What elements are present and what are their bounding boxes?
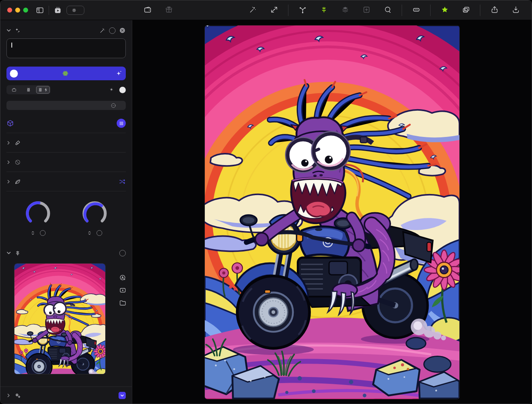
toolbar-item-controlnet[interactable] [334, 6, 356, 14]
generated-image [205, 25, 459, 399]
guidance-dial[interactable] [80, 199, 109, 236]
imagine-button[interactable] [6, 67, 126, 80]
gear-icon [71, 8, 77, 13]
kontext-help-icon[interactable] [119, 250, 126, 256]
transform-icon [412, 6, 420, 14]
generated-image-frame[interactable] [205, 25, 459, 399]
layers-icon [341, 6, 349, 14]
seed-row[interactable] [6, 175, 126, 188]
avoid-row[interactable] [6, 156, 126, 169]
stepper-icon[interactable] [30, 230, 35, 236]
text-caret [11, 43, 12, 48]
info-icon[interactable] [119, 87, 126, 93]
toolbar-item-transform[interactable] [405, 6, 427, 14]
canvas-area[interactable] [132, 20, 532, 404]
steps-dial-gauge [24, 199, 52, 228]
viewfinder-icon[interactable] [119, 286, 127, 294]
toolbar-item-remove[interactable] [434, 6, 455, 14]
upscale-arrows-icon [270, 6, 278, 14]
toolbar-item-guide[interactable] [292, 6, 313, 14]
prohibit-icon [14, 159, 21, 165]
app-window [0, 0, 532, 404]
dials-row [6, 194, 126, 238]
divider [6, 133, 126, 133]
canvas-grid-icon [363, 6, 370, 14]
shuffle-icon[interactable] [119, 178, 126, 185]
folder-icon[interactable] [119, 299, 127, 307]
frame-settings-badge[interactable] [66, 6, 84, 15]
auto-select-icon[interactable] [119, 274, 127, 282]
toolbar-item-kontext[interactable] [313, 6, 334, 14]
gallery-icon [462, 6, 470, 14]
cloud-compute-segment[interactable] [22, 86, 35, 94]
flower-icon [14, 250, 21, 256]
advanced-expand-button[interactable] [119, 392, 126, 399]
atom-icon [62, 70, 69, 77]
window-controls [7, 8, 28, 13]
reference-image [14, 264, 106, 374]
leaf-icon [14, 178, 21, 185]
reference-image-thumbnail[interactable] [14, 263, 106, 374]
brush-icon [14, 140, 21, 146]
steps-help-icon[interactable] [40, 230, 46, 236]
chevron-down-icon [120, 393, 124, 398]
toolbar-divider [402, 5, 402, 16]
toolbar-item-mask[interactable] [377, 6, 398, 14]
toolbar-item-gallery[interactable] [455, 6, 477, 14]
steps-dial[interactable] [24, 199, 52, 236]
flower-icon [320, 6, 328, 14]
close-window-button[interactable] [7, 8, 12, 13]
chevron-right-icon [6, 180, 11, 184]
toolbar-item-save[interactable] [505, 6, 526, 14]
kontext-section-header [6, 248, 126, 258]
device-segment[interactable] [7, 86, 21, 94]
batch-size-selector[interactable] [6, 101, 126, 110]
model-row[interactable] [6, 117, 126, 130]
sidebar-toggle-icon[interactable] [36, 6, 44, 14]
toolbar-item-account[interactable] [137, 6, 158, 14]
star-icon [441, 6, 449, 14]
toolbar-divider [480, 5, 480, 16]
grid-icon [119, 121, 124, 126]
batch-more-button[interactable] [101, 103, 125, 108]
model-browser-button[interactable] [117, 119, 126, 128]
prompt-input[interactable] [6, 38, 126, 58]
gift-icon [165, 6, 173, 14]
gears-icon [14, 392, 21, 399]
style-row[interactable] [6, 136, 126, 149]
guidance-help-icon[interactable] [97, 230, 102, 236]
toolbar-item-enhance[interactable] [242, 6, 263, 14]
lasso-icon [384, 6, 392, 14]
prompt-section-header [6, 25, 126, 35]
chevron-down-icon[interactable] [6, 251, 11, 255]
frames-icon[interactable] [54, 6, 62, 14]
guidance-dial-gauge [80, 199, 109, 228]
divider [6, 152, 126, 153]
prompt-help-icon[interactable] [109, 27, 116, 34]
toolbar-item-rewards[interactable] [158, 6, 179, 14]
advanced-row[interactable] [0, 387, 132, 404]
toolbar-item-share[interactable] [484, 6, 505, 14]
titlebar [0, 0, 532, 20]
sparkles-icon [14, 27, 21, 34]
chevron-right-icon [6, 141, 11, 145]
spark-icon [109, 87, 114, 92]
atom-icon [26, 87, 31, 92]
titlebar-left [0, 6, 132, 15]
ellipsis-circle-icon [111, 103, 116, 108]
minimize-window-button[interactable] [15, 8, 20, 13]
toolbar-item-upscale[interactable] [263, 6, 285, 14]
reference-tools [119, 274, 127, 307]
sidebar [0, 20, 132, 404]
turbo-compute-segment[interactable] [36, 86, 50, 94]
clear-prompt-icon[interactable] [119, 27, 126, 34]
device-icon [11, 87, 17, 92]
chevron-down-icon[interactable] [6, 28, 11, 33]
wand-icon[interactable] [99, 27, 106, 34]
toolbar-item-canvas[interactable] [356, 6, 377, 14]
sparkle-icon [116, 70, 122, 77]
zoom-window-button[interactable] [23, 8, 28, 13]
compute-segmented-control[interactable] [6, 85, 51, 94]
divider [6, 172, 126, 172]
stepper-icon[interactable] [87, 230, 92, 236]
